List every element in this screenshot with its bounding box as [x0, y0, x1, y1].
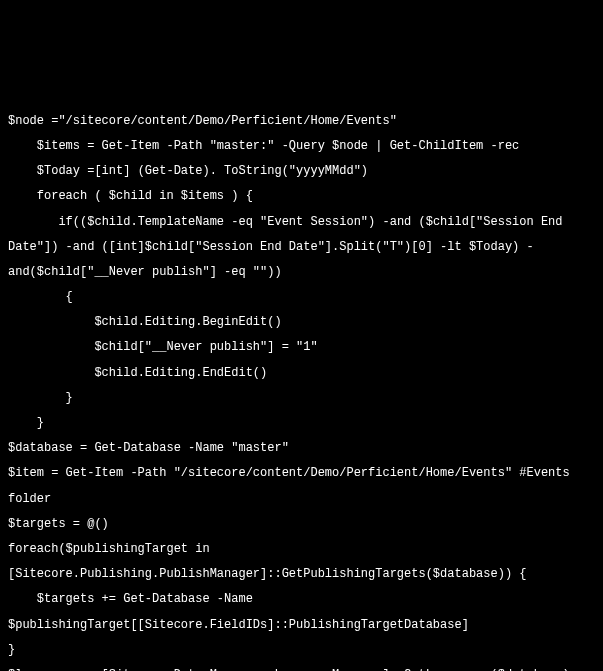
code-line: $child.Editing.BeginEdit() — [8, 310, 595, 335]
code-line: $items = Get-Item -Path "master:" -Query… — [8, 134, 595, 159]
code-line: $child.Editing.EndEdit() — [8, 361, 595, 386]
code-line: } — [8, 638, 595, 663]
code-line: $Today =[int] (Get-Date). ToString("yyyy… — [8, 159, 595, 184]
code-line: foreach($publishingTarget in [Sitecore.P… — [8, 537, 595, 587]
code-line: $targets = @() — [8, 512, 595, 537]
code-line: $node ="/sitecore/content/Demo/Perficien… — [8, 109, 595, 134]
code-line: if(($child.TemplateName -eq "Event Sessi… — [8, 210, 595, 286]
code-line: { — [8, 285, 595, 310]
code-line: $targets += Get-Database -Name $publishi… — [8, 587, 595, 637]
code-line: $child["__Never publish"] = "1" — [8, 335, 595, 360]
code-line: } — [8, 411, 595, 436]
code-line: $database = Get-Database -Name "master" — [8, 436, 595, 461]
code-line: $item = Get-Item -Path "/sitecore/conten… — [8, 461, 595, 511]
code-line: $languages = [Sitecore.Data.Managers.Lan… — [8, 663, 595, 671]
code-block: $node ="/sitecore/content/Demo/Perficien… — [8, 109, 595, 671]
code-line: } — [8, 386, 595, 411]
code-line: foreach ( $child in $items ) { — [8, 184, 595, 209]
